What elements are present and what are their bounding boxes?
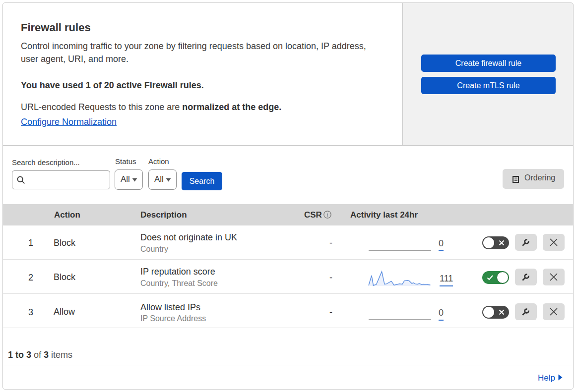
svg-text:i: i	[326, 212, 328, 218]
